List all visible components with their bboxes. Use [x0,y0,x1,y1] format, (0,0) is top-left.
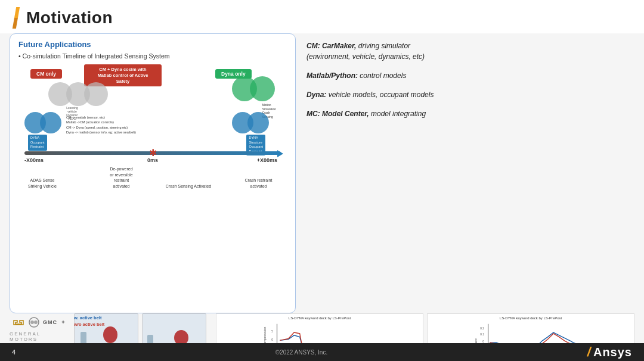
right-item-4: MC: Model Center, model integrating [306,108,630,119]
blue-circle-left-2 [40,112,61,133]
timeline-label-4: Crash restraintactivated [233,178,284,189]
dyna-info-left: CM -> matlab (sensor, etc) Matlab ->CM (… [66,115,136,135]
chevy-logo [12,317,25,328]
belt-labels: w. active belt w/o active belt [74,315,104,328]
right-item-4-bold: MC: Model Center, [306,110,369,118]
gm-text: GENERAL MOTORS [10,331,69,342]
diagram-subtitle: • Co-simulation Timeline of Integrated S… [18,52,287,60]
footer-page-number: 4 [12,348,16,356]
right-item-3-bold: Dyna: [306,91,326,99]
right-item-2: Matlab/Python: control models [306,70,630,81]
timeline-arrow [277,150,283,157]
right-item-1: CM: CarMaker, driving simulator(environm… [306,41,630,62]
timeline-label-3: Crash Sensing Activated [162,183,215,189]
blue-circle-group-left [24,112,61,133]
chart-1-title: LS-DYNA keyword deck by LS-PrePost [219,316,420,320]
cadillac-logo: ✦ [60,319,67,325]
svg-point-1 [30,320,34,324]
timeline-plus: +X00ms [257,157,277,163]
svg-text:5: 5 [271,330,273,333]
diagram-box-title: Future Applications [18,40,287,49]
timeline-zero: 0ms [147,157,158,163]
green-circle-2 [250,76,275,101]
svg-text:0.2: 0.2 [480,327,484,330]
right-item-2-text: control models [360,71,406,80]
svg-text:0.1: 0.1 [480,333,484,336]
grey-circle-3 [84,82,108,106]
no-active-belt-label: w/o active belt [74,321,104,328]
right-item-3-text: vehicle models, occupant models [329,91,434,99]
svg-point-5 [103,326,117,343]
dyna-label-left: DYNAOccupantRestraint [28,135,47,151]
ansys-slash-icon: / [586,344,593,360]
timeline-minus: -X00ms [24,157,44,163]
active-belt-label: w. active belt [74,315,104,321]
cm-only-box: CM only [30,69,62,79]
right-text-area: CM: CarMaker, driving simulator(environm… [302,33,634,313]
header: Motivation [0,0,644,33]
blue-circle-group-right [232,112,269,133]
right-item-1-bold: CM: CarMaker, [306,42,356,50]
right-item-3: Dyna: vehicle models, occupant models [306,89,630,100]
gm-logos: GMC ✦ GENERAL MOTORS [10,313,69,342]
timeline-area: CM only CM + Dyna cosim withMatlab contr… [18,64,287,189]
header-accent-bar [13,7,20,29]
footer-copyright: ©2022 ANSYS, Inc. [275,349,327,356]
ansys-logo-text: Ansys [593,346,632,359]
diagram-box: Future Applications • Co-simulation Time… [10,33,296,313]
timeline-label-1: ADAS SenseStriking Vehicle [21,178,63,189]
svg-text:0: 0 [271,338,273,341]
footer-logo: / Ansys [587,344,632,360]
logo-row: GMC ✦ [12,317,67,328]
page-title: Motivation [26,8,113,27]
gmc-logo: GMC [43,319,57,325]
main-content: Future Applications • Co-simulation Time… [0,33,644,313]
timeline-label-2: De-poweredor reversiblerestraintactivate… [96,166,147,189]
buick-logo [27,317,41,328]
chart-2-title: LS-DYNA keyword deck by LS-PrePost [430,316,631,320]
svg-point-2 [34,320,38,324]
green-circle-group [232,76,275,101]
right-item-2-bold: Matlab/Python: [306,71,358,80]
blue-circle-right-2 [247,112,269,133]
right-item-4-text: model integrating [371,110,426,118]
footer: 4 ©2022 ANSYS, Inc. / Ansys [0,343,644,361]
grey-circle-group [48,82,108,106]
